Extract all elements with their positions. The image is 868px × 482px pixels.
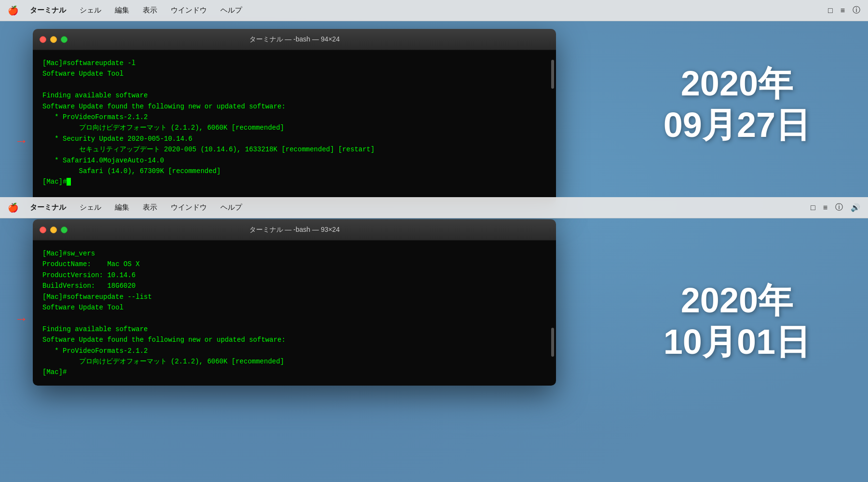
term-line-1-1: Software Update Tool bbox=[42, 68, 546, 79]
terminal-titlebar-2: ターミナル — -bash — 93×24 bbox=[33, 219, 556, 241]
window-icon-1[interactable]: □ bbox=[828, 6, 833, 15]
term-line-1-10: Safari (14.0), 67309K [recommended] bbox=[42, 166, 546, 176]
term-line-1-5: * ProVideoFormats-2.1.2 bbox=[42, 112, 546, 122]
menubar-right-1: □ ≡ ⓘ bbox=[828, 5, 860, 15]
term-line-1-3: Finding available software bbox=[42, 90, 546, 101]
terminal-title-2: ターミナル — -bash — 93×24 bbox=[249, 226, 340, 234]
menu-edit-2[interactable]: 編集 bbox=[113, 202, 131, 213]
date-year-2: 2020年 bbox=[664, 280, 810, 321]
minimize-button-1[interactable] bbox=[50, 36, 57, 43]
info-icon-2[interactable]: ⓘ bbox=[835, 202, 843, 213]
term-line-2-3: BuildVersion: 18G6020 bbox=[42, 281, 546, 291]
term-line-1-2 bbox=[42, 80, 546, 90]
list-icon-1[interactable]: ≡ bbox=[841, 6, 845, 15]
menu-terminal-1[interactable]: ターミナル bbox=[28, 5, 68, 16]
menu-shell-2[interactable]: シェル bbox=[78, 202, 103, 213]
term-line-2-0: [Mac]#sw_vers bbox=[42, 248, 546, 259]
menubar-right-2: □ ≡ ⓘ 🔊 bbox=[811, 202, 860, 213]
term-line-2-8: Software Update found the following new … bbox=[42, 335, 546, 345]
term-line-1-7: * Security Update 2020-005-10.14.6 bbox=[42, 134, 546, 144]
close-button-2[interactable] bbox=[40, 227, 46, 233]
menu-shell-1[interactable]: シェル bbox=[78, 5, 103, 16]
menu-terminal-2[interactable]: ターミナル bbox=[28, 202, 68, 213]
menu-window-1[interactable]: ウインドウ bbox=[169, 5, 209, 16]
term-line-2-1: ProductName: Mac OS X bbox=[42, 259, 546, 269]
traffic-lights-1 bbox=[40, 36, 68, 43]
term-line-1-6: プロ向けビデオフォーマット (2.1.2), 6060K [recommende… bbox=[42, 122, 546, 133]
terminal-body-1[interactable]: [Mac]#softwareupdate -l Software Update … bbox=[33, 50, 556, 204]
term-line-2-6 bbox=[42, 313, 546, 323]
info-icon-1[interactable]: ⓘ bbox=[853, 5, 860, 15]
maximize-button-2[interactable] bbox=[61, 227, 68, 233]
terminal-title-1: ターミナル — -bash — 94×24 bbox=[249, 35, 340, 44]
term-line-1-9: * Safari14.0MojaveAuto-14.0 bbox=[42, 155, 546, 166]
term-line-1-8: セキュリティアップデート 2020-005 (10.14.6), 1633218… bbox=[42, 144, 546, 155]
date-year-1: 2020年 bbox=[664, 63, 810, 104]
term-line-2-9: * ProVideoFormats-2.1.2 bbox=[42, 346, 546, 356]
menu-help-1[interactable]: ヘルプ bbox=[218, 5, 244, 16]
red-arrow-2: → bbox=[14, 311, 28, 327]
traffic-lights-2 bbox=[40, 227, 68, 233]
terminal-titlebar-1: ターミナル — -bash — 94×24 bbox=[33, 29, 556, 50]
date-display-2: 2020年 10月01日 bbox=[664, 280, 810, 363]
scrollbar-1[interactable] bbox=[551, 60, 554, 89]
menubar-1: 🍎 ターミナル シェル 編集 表示 ウインドウ ヘルプ □ ≡ ⓘ bbox=[0, 0, 868, 21]
volume-icon-2[interactable]: 🔊 bbox=[851, 203, 860, 212]
apple-logo-2[interactable]: 🍎 bbox=[8, 202, 18, 213]
terminal-window-1: ターミナル — -bash — 94×24 [Mac]#softwareupda… bbox=[33, 29, 556, 204]
term-line-2-5: Software Update Tool bbox=[42, 302, 546, 313]
term-line-2-2: ProductVersion: 10.14.6 bbox=[42, 270, 546, 281]
maximize-button-1[interactable] bbox=[61, 36, 68, 43]
term-line-2-10: プロ向けビデオフォーマット (2.1.2), 6060K [recommende… bbox=[42, 356, 546, 367]
date-monthday-2: 10月01日 bbox=[664, 321, 810, 362]
date-monthday-1: 09月27日 bbox=[664, 104, 810, 146]
terminal-body-2[interactable]: [Mac]#sw_vers ProductName: Mac OS X Prod… bbox=[33, 241, 556, 386]
term-line-1-11: [Mac]# bbox=[42, 176, 546, 187]
menubar-2: 🍎 ターミナル シェル 編集 表示 ウインドウ ヘルプ □ ≡ ⓘ 🔊 bbox=[0, 197, 868, 218]
term-line-1-0: [Mac]#softwareupdate -l bbox=[42, 58, 546, 68]
term-line-1-4: Software Update found the following new … bbox=[42, 101, 546, 112]
term-line-2-7: Finding available software bbox=[42, 324, 546, 335]
menu-help-2[interactable]: ヘルプ bbox=[218, 202, 244, 213]
menu-view-1[interactable]: 表示 bbox=[141, 5, 159, 16]
red-arrow-1: → bbox=[14, 134, 28, 149]
menu-view-2[interactable]: 表示 bbox=[141, 202, 159, 213]
minimize-button-2[interactable] bbox=[50, 227, 57, 233]
close-button-1[interactable] bbox=[40, 36, 46, 43]
list-icon-2[interactable]: ≡ bbox=[823, 203, 827, 212]
window-icon-2[interactable]: □ bbox=[811, 203, 815, 212]
menu-edit-1[interactable]: 編集 bbox=[113, 5, 131, 16]
date-display-1: 2020年 09月27日 bbox=[664, 63, 810, 146]
scrollbar-2[interactable] bbox=[551, 328, 554, 357]
terminal-window-2: ターミナル — -bash — 93×24 [Mac]#sw_vers Prod… bbox=[33, 219, 556, 386]
term-line-2-4: [Mac]#softwareupdate --list bbox=[42, 292, 546, 302]
apple-logo-1[interactable]: 🍎 bbox=[8, 5, 18, 16]
menu-window-2[interactable]: ウインドウ bbox=[169, 202, 209, 213]
term-line-2-11: [Mac]# bbox=[42, 367, 546, 377]
